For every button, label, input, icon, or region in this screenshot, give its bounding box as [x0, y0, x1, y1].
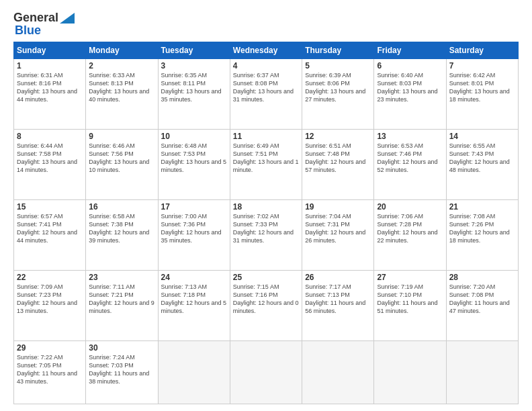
day-info: Sunrise: 6:49 AMSunset: 7:51 PMDaylight:…: [233, 142, 299, 175]
day-number: 5: [305, 61, 371, 71]
calendar-header-row: SundayMondayTuesdayWednesdayThursdayFrid…: [14, 42, 519, 59]
logo: General Blue: [13, 11, 75, 38]
day-header-thursday: Thursday: [302, 42, 374, 59]
day-cell-13: 13Sunrise: 6:53 AMSunset: 7:46 PMDayligh…: [374, 129, 446, 199]
day-number: 14: [449, 132, 515, 141]
day-info: Sunrise: 6:42 AMSunset: 8:01 PMDaylight:…: [449, 71, 515, 104]
day-info: Sunrise: 7:04 AMSunset: 7:31 PMDaylight:…: [305, 212, 371, 245]
empty-cell: [374, 340, 446, 404]
day-number: 6: [377, 61, 443, 71]
day-cell-19: 19Sunrise: 7:04 AMSunset: 7:31 PMDayligh…: [302, 199, 374, 270]
day-number: 12: [305, 132, 371, 141]
day-cell-16: 16Sunrise: 6:58 AMSunset: 7:38 PMDayligh…: [86, 199, 158, 270]
week-row-3: 15Sunrise: 6:57 AMSunset: 7:41 PMDayligh…: [14, 199, 519, 270]
day-cell-9: 9Sunrise: 6:46 AMSunset: 7:56 PMDaylight…: [86, 129, 158, 199]
day-info: Sunrise: 6:53 AMSunset: 7:46 PMDaylight:…: [377, 142, 443, 175]
day-info: Sunrise: 7:00 AMSunset: 7:36 PMDaylight:…: [161, 212, 227, 245]
day-cell-26: 26Sunrise: 7:17 AMSunset: 7:13 PMDayligh…: [302, 270, 374, 340]
day-number: 21: [449, 202, 515, 212]
empty-cell: [302, 340, 374, 404]
day-cell-3: 3Sunrise: 6:35 AMSunset: 8:11 PMDaylight…: [158, 59, 230, 130]
day-cell-14: 14Sunrise: 6:55 AMSunset: 7:43 PMDayligh…: [446, 129, 518, 199]
day-cell-20: 20Sunrise: 7:06 AMSunset: 7:28 PMDayligh…: [374, 199, 446, 270]
day-cell-2: 2Sunrise: 6:33 AMSunset: 8:13 PMDaylight…: [86, 59, 158, 130]
day-number: 16: [89, 202, 154, 212]
day-header-tuesday: Tuesday: [158, 42, 230, 59]
day-cell-10: 10Sunrise: 6:48 AMSunset: 7:53 PMDayligh…: [158, 129, 230, 199]
day-cell-22: 22Sunrise: 7:09 AMSunset: 7:23 PMDayligh…: [14, 270, 86, 340]
header: General Blue: [13, 11, 519, 38]
day-number: 17: [161, 202, 227, 212]
day-info: Sunrise: 6:33 AMSunset: 8:13 PMDaylight:…: [89, 71, 154, 104]
day-info: Sunrise: 7:09 AMSunset: 7:23 PMDaylight:…: [17, 283, 83, 316]
day-cell-8: 8Sunrise: 6:44 AMSunset: 7:58 PMDaylight…: [14, 129, 86, 199]
day-number: 2: [89, 61, 154, 71]
day-cell-4: 4Sunrise: 6:37 AMSunset: 8:08 PMDaylight…: [230, 59, 302, 130]
day-cell-5: 5Sunrise: 6:39 AMSunset: 8:06 PMDaylight…: [302, 59, 374, 130]
day-info: Sunrise: 7:19 AMSunset: 7:10 PMDaylight:…: [377, 283, 443, 316]
day-info: Sunrise: 6:44 AMSunset: 7:58 PMDaylight:…: [17, 142, 83, 175]
day-number: 29: [17, 343, 83, 353]
day-number: 19: [305, 202, 371, 212]
day-info: Sunrise: 7:02 AMSunset: 7:33 PMDaylight:…: [233, 212, 299, 245]
day-info: Sunrise: 6:37 AMSunset: 8:08 PMDaylight:…: [233, 71, 299, 104]
day-header-wednesday: Wednesday: [230, 42, 302, 59]
week-row-5: 29Sunrise: 7:22 AMSunset: 7:05 PMDayligh…: [14, 340, 519, 404]
day-cell-23: 23Sunrise: 7:11 AMSunset: 7:21 PMDayligh…: [86, 270, 158, 340]
day-info: Sunrise: 6:46 AMSunset: 7:56 PMDaylight:…: [89, 142, 154, 175]
day-header-sunday: Sunday: [14, 42, 86, 59]
day-number: 18: [233, 202, 299, 212]
day-number: 1: [17, 61, 83, 71]
day-cell-18: 18Sunrise: 7:02 AMSunset: 7:33 PMDayligh…: [230, 199, 302, 270]
week-row-1: 1Sunrise: 6:31 AMSunset: 8:16 PMDaylight…: [14, 59, 519, 130]
calendar: SundayMondayTuesdayWednesdayThursdayFrid…: [13, 42, 519, 404]
day-cell-21: 21Sunrise: 7:08 AMSunset: 7:26 PMDayligh…: [446, 199, 518, 270]
day-number: 30: [89, 343, 154, 353]
day-cell-27: 27Sunrise: 7:19 AMSunset: 7:10 PMDayligh…: [374, 270, 446, 340]
day-cell-15: 15Sunrise: 6:57 AMSunset: 7:41 PMDayligh…: [14, 199, 86, 270]
day-number: 20: [377, 202, 443, 212]
empty-cell: [446, 340, 518, 404]
day-number: 28: [449, 273, 515, 282]
day-number: 13: [377, 132, 443, 141]
day-cell-28: 28Sunrise: 7:20 AMSunset: 7:08 PMDayligh…: [446, 270, 518, 340]
day-cell-24: 24Sunrise: 7:13 AMSunset: 7:18 PMDayligh…: [158, 270, 230, 340]
day-info: Sunrise: 7:15 AMSunset: 7:16 PMDaylight:…: [233, 283, 299, 316]
day-info: Sunrise: 6:31 AMSunset: 8:16 PMDaylight:…: [17, 71, 83, 104]
day-info: Sunrise: 6:57 AMSunset: 7:41 PMDaylight:…: [17, 212, 83, 245]
day-cell-30: 30Sunrise: 7:24 AMSunset: 7:03 PMDayligh…: [86, 340, 158, 404]
day-info: Sunrise: 7:20 AMSunset: 7:08 PMDaylight:…: [449, 283, 515, 316]
day-number: 4: [233, 61, 299, 71]
day-number: 10: [161, 132, 227, 141]
week-row-4: 22Sunrise: 7:09 AMSunset: 7:23 PMDayligh…: [14, 270, 519, 340]
logo-general: General: [13, 11, 58, 25]
day-info: Sunrise: 6:55 AMSunset: 7:43 PMDaylight:…: [449, 142, 515, 175]
day-number: 22: [17, 273, 83, 282]
day-cell-29: 29Sunrise: 7:22 AMSunset: 7:05 PMDayligh…: [14, 340, 86, 404]
day-number: 9: [89, 132, 154, 141]
day-number: 24: [161, 273, 227, 282]
day-number: 27: [377, 273, 443, 282]
day-number: 8: [17, 132, 83, 141]
day-info: Sunrise: 6:39 AMSunset: 8:06 PMDaylight:…: [305, 71, 371, 104]
day-info: Sunrise: 7:11 AMSunset: 7:21 PMDaylight:…: [89, 283, 154, 316]
day-info: Sunrise: 6:40 AMSunset: 8:03 PMDaylight:…: [377, 71, 443, 104]
day-info: Sunrise: 7:13 AMSunset: 7:18 PMDaylight:…: [161, 283, 227, 316]
day-info: Sunrise: 6:58 AMSunset: 7:38 PMDaylight:…: [89, 212, 154, 245]
day-info: Sunrise: 7:06 AMSunset: 7:28 PMDaylight:…: [377, 212, 443, 245]
day-cell-12: 12Sunrise: 6:51 AMSunset: 7:48 PMDayligh…: [302, 129, 374, 199]
empty-cell: [230, 340, 302, 404]
day-cell-1: 1Sunrise: 6:31 AMSunset: 8:16 PMDaylight…: [14, 59, 86, 130]
day-cell-25: 25Sunrise: 7:15 AMSunset: 7:16 PMDayligh…: [230, 270, 302, 340]
day-info: Sunrise: 6:51 AMSunset: 7:48 PMDaylight:…: [305, 142, 371, 175]
day-cell-11: 11Sunrise: 6:49 AMSunset: 7:51 PMDayligh…: [230, 129, 302, 199]
day-info: Sunrise: 7:17 AMSunset: 7:13 PMDaylight:…: [305, 283, 371, 316]
day-number: 25: [233, 273, 299, 282]
day-header-friday: Friday: [374, 42, 446, 59]
day-number: 23: [89, 273, 154, 282]
day-number: 15: [17, 202, 83, 212]
day-number: 3: [161, 61, 227, 71]
day-info: Sunrise: 6:48 AMSunset: 7:53 PMDaylight:…: [161, 142, 227, 175]
day-number: 11: [233, 132, 299, 141]
empty-cell: [158, 340, 230, 404]
